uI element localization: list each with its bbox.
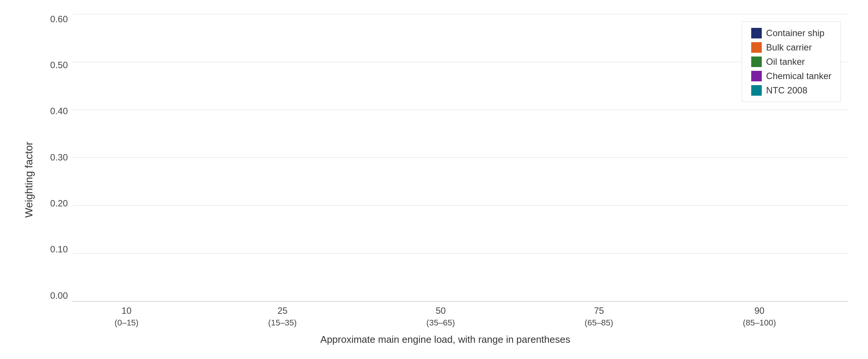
y-tick: 0.20: [50, 198, 68, 209]
x-tick: 10(0–15): [115, 305, 139, 328]
y-tick: 0.40: [50, 106, 68, 116]
chart-area: 0.600.500.400.300.200.100.00 Container s…: [42, 14, 848, 302]
legend-label-ntc_2008: NTC 2008: [766, 85, 807, 96]
legend-item-ntc_2008: NTC 2008: [751, 85, 831, 96]
plot-area: Container shipBulk carrierOil tankerChem…: [72, 14, 848, 302]
legend-label-bulk_carrier: Bulk carrier: [766, 42, 812, 53]
legend: Container shipBulk carrierOil tankerChem…: [742, 21, 841, 102]
x-axis: 10(0–15)25(15–35)50(35–65)75(65–85)90(85…: [42, 305, 848, 328]
x-tick: 50(35–65): [426, 305, 455, 328]
x-tick: 25(15–35): [268, 305, 297, 328]
legend-item-container_ship: Container ship: [751, 28, 831, 38]
grid-line: [72, 301, 848, 301]
y-tick: 0.60: [50, 14, 68, 24]
legend-item-oil_tanker: Oil tanker: [751, 57, 831, 67]
legend-swatch-ntc_2008: [751, 85, 762, 96]
legend-swatch-bulk_carrier: [751, 42, 762, 53]
legend-swatch-chemical_tanker: [751, 71, 762, 81]
y-tick: 0.00: [50, 290, 68, 301]
legend-item-bulk_carrier: Bulk carrier: [751, 42, 831, 53]
legend-label-chemical_tanker: Chemical tanker: [766, 71, 831, 81]
y-tick: 0.30: [50, 152, 68, 163]
x-tick: 90(85–100): [743, 305, 776, 328]
legend-label-oil_tanker: Oil tanker: [766, 57, 805, 67]
y-ticks: 0.600.500.400.300.200.100.00: [42, 14, 72, 302]
x-axis-label: Approximate main engine load, with range…: [42, 334, 848, 345]
chart-container: Weighting factor 0.600.500.400.300.200.1…: [20, 14, 848, 345]
legend-item-chemical_tanker: Chemical tanker: [751, 71, 831, 81]
bar-groups: [72, 14, 848, 301]
x-tick: 75(65–85): [585, 305, 613, 328]
legend-swatch-container_ship: [751, 28, 762, 38]
y-tick: 0.10: [50, 244, 68, 255]
y-tick: 0.50: [50, 60, 68, 70]
legend-swatch-oil_tanker: [751, 57, 762, 67]
legend-label-container_ship: Container ship: [766, 28, 825, 38]
chart-main: 0.600.500.400.300.200.100.00 Container s…: [42, 14, 848, 345]
y-axis-label: Weighting factor: [20, 14, 38, 345]
